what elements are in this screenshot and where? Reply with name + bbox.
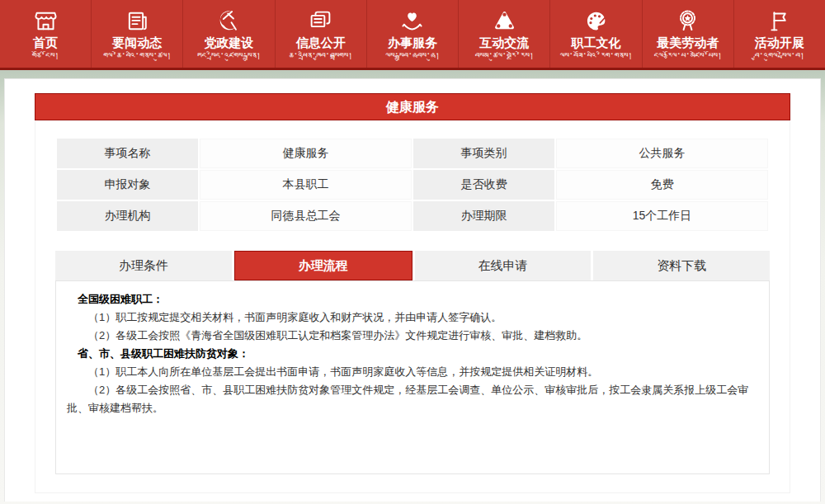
tab-downloads[interactable]: 资料下载 (593, 251, 770, 280)
field-label-fee: 是否收费 (413, 170, 554, 200)
nav-label-tibetan: གལ་ཆེ་བའི་གནས་ཚུལ། (92, 50, 182, 62)
field-label-item-name: 事项名称 (57, 139, 198, 168)
procedure-step: （1）职工按规定提交相关材料，书面声明家庭收入和财产状况，并由申请人签字确认。 (67, 309, 758, 327)
service-info-table: 事项名称 健康服务 事项类别 公共服务 申报对象 本县职工 是否收费 免费 办理… (55, 137, 770, 233)
field-label-agency: 办理机构 (57, 201, 198, 231)
field-value-fee: 免费 (556, 170, 768, 200)
nav-label-tibetan: བསམ་ཚུལ་བརྗེ་རེས། (459, 50, 549, 62)
nav-label-zh: 活动开展 (734, 35, 825, 49)
nav-label-zh: 党政建设 (183, 35, 274, 49)
field-label-applicant: 申报对象 (57, 170, 198, 200)
documents-icon (276, 7, 366, 34)
palette-icon (550, 7, 641, 34)
nav-label-tibetan: ཆ་འཕྲིན་ཁྱབ་བསྒྲགས། (276, 50, 366, 62)
field-label-deadline: 办理期限 (413, 201, 554, 231)
nav-item-model-workers[interactable]: 最美劳动者 ངལ་རྩོལ་པ་མཛེས་པོས། (643, 0, 734, 68)
nav-label-zh: 要闻动态 (92, 35, 182, 49)
nav-item-activities[interactable]: 活动开展 བྱ་འགུལ་སྤེལ་བ། (734, 0, 825, 68)
heart-hands-icon (367, 7, 458, 34)
main-panel: 健康服务 事项名称 健康服务 事项类别 公共服务 申报对象 本县职工 是否收费 … (4, 78, 821, 502)
table-row: 申报对象 本县职工 是否收费 免费 (57, 170, 768, 200)
table-row: 办理机构 同德县总工会 办理期限 15个工作日 (57, 201, 768, 231)
service-detail-card: 健康服务 事项名称 健康服务 事项类别 公共服务 申报对象 本县职工 是否收费 … (35, 93, 790, 493)
nav-label-tibetan: བྱ་འགུལ་སྤེལ་བ། (734, 50, 825, 62)
card-body: 事项名称 健康服务 事项类别 公共服务 申报对象 本县职工 是否收费 免费 办理… (35, 120, 790, 493)
procedure-step: （1）职工本人向所在单位基层工会提出书面申请，书面声明家庭收入等信息，并按规定提… (67, 363, 758, 381)
newspaper-icon (92, 7, 182, 34)
procedure-content: 全国级困难职工： （1）职工按规定提交相关材料，书面声明家庭收入和财产状况，并由… (55, 280, 770, 474)
nav-label-tibetan: ངལ་རྩོལ་པ་མཛེས་པོས། (643, 50, 733, 62)
nav-label-zh: 互动交流 (459, 35, 549, 49)
page-title: 健康服务 (35, 93, 790, 120)
nav-label-tibetan: ལས་བཟོ་པའི་རིག་གནས། (550, 50, 641, 62)
top-navigation: 首页 གཙོ་ངོས། 要闻动态 གལ་ཆེ་བའི་གནས་ཚུལ། 党政建设… (0, 0, 825, 70)
nav-item-party-building[interactable]: 党政建设 ཏང་སྲིད་འཛུགས་སྐྲུན། (183, 0, 275, 68)
tab-online-application[interactable]: 在线申请 (415, 251, 592, 280)
nav-label-tibetan: ལས་སྒྲུབ་ཞབས་ཞུ། (367, 50, 458, 62)
procedure-step: （2）各级工会按照省、市、县职工困难扶防贫对象管理文件规定，经基层工会调查、单位… (67, 381, 758, 417)
field-value-deadline: 15个工作日 (556, 201, 768, 231)
nav-item-information-disclosure[interactable]: 信息公开 ཆ་འཕྲིན་ཁྱབ་བསྒྲགས། (276, 0, 367, 68)
nav-item-interaction[interactable]: 互动交流 བསམ་ཚུལ་བརྗེ་རེས། (459, 0, 550, 68)
field-value-item-category: 公共服务 (556, 139, 768, 168)
field-value-applicant: 本县职工 (200, 170, 412, 200)
field-value-agency: 同德县总工会 (200, 201, 412, 231)
procedure-heading: 全国级困难职工： (67, 290, 758, 309)
table-row: 事项名称 健康服务 事项类别 公共服务 (57, 139, 768, 168)
detail-tabs: 办理条件 办理流程 在线申请 资料下载 (55, 251, 770, 280)
nav-item-services[interactable]: 办事服务 ལས་སྒྲུབ་ཞབས་ཞུ། (367, 0, 459, 68)
tab-conditions[interactable]: 办理条件 (55, 251, 232, 280)
medal-icon (643, 7, 733, 34)
party-emblem-icon (183, 7, 274, 34)
nav-label-zh: 最美劳动者 (643, 35, 733, 49)
nav-label-zh: 首页 (0, 35, 91, 49)
nav-item-news[interactable]: 要闻动态 གལ་ཆེ་བའི་གནས་ཚུལ། (92, 0, 183, 68)
network-icon (459, 7, 549, 34)
procedure-step: （2）各级工会按照《青海省全国级困难职工认定和档案管理办法》文件规定进行审核、审… (67, 327, 758, 345)
nav-item-home[interactable]: 首页 གཙོ་ངོས། (0, 0, 92, 68)
field-label-item-category: 事项类别 (413, 139, 554, 168)
home-store-icon (0, 7, 91, 34)
nav-label-zh: 办事服务 (367, 35, 458, 49)
nav-item-worker-culture[interactable]: 职工文化 ལས་བཟོ་པའི་རིག་གནས། (550, 0, 642, 68)
nav-label-tibetan: གཙོ་ངོས། (0, 50, 91, 62)
tab-procedure[interactable]: 办理流程 (234, 251, 412, 280)
field-value-item-name: 健康服务 (200, 139, 412, 168)
nav-label-zh: 信息公开 (276, 35, 366, 49)
flag-icon (734, 7, 825, 34)
procedure-heading: 省、市、县级职工困难扶防贫对象： (67, 345, 758, 363)
nav-label-zh: 职工文化 (550, 35, 641, 49)
nav-label-tibetan: ཏང་སྲིད་འཛུགས་སྐྲུན། (183, 50, 274, 62)
